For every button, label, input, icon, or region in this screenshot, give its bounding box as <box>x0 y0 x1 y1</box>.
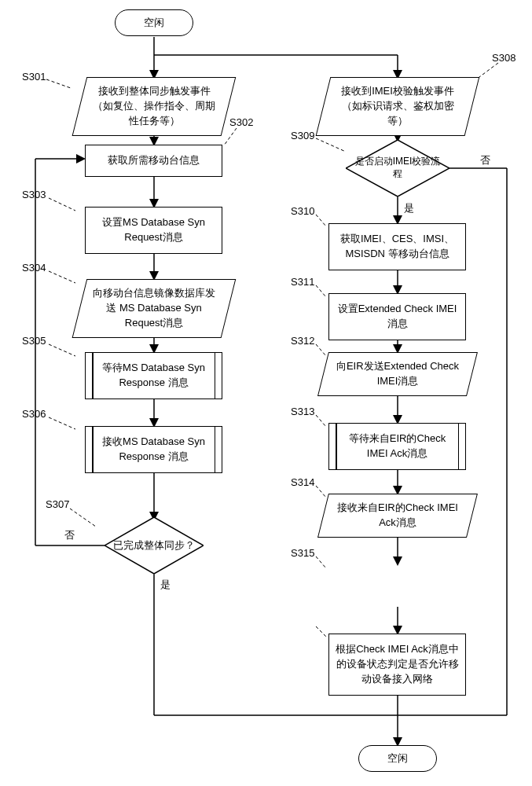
terminator-label: 空闲 <box>144 16 164 30</box>
predefined-s313: 等待来自EIR的Check IMEI Ack消息 <box>328 423 466 470</box>
svg-line-38 <box>316 285 326 297</box>
svg-line-40 <box>316 415 326 427</box>
process-text: 设置MS Database Syn Request消息 <box>90 215 217 245</box>
predefined-s306: 接收MS Database Syn Response 消息 <box>85 426 222 473</box>
edge-s307-yes: 是 <box>160 578 171 592</box>
edge-s309-yes: 是 <box>404 201 414 215</box>
process-text: 获取IMEI、CES、IMSI、MSISDN 等移动台信息 <box>334 232 460 262</box>
step-label-s309: S309 <box>291 130 314 141</box>
step-label-s302: S302 <box>229 116 253 128</box>
edge-s309-no: 否 <box>480 153 490 167</box>
data-s304: 向移动台信息镜像数据库发送 MS Database Syn Request消息 <box>72 279 237 338</box>
process-s310: 获取IMEI、CES、IMSI、MSISDN 等移动台信息 <box>328 223 466 270</box>
terminator-idle-top: 空闲 <box>115 9 193 36</box>
process-s315: 根据Check IMEI Ack消息中的设备状态判定是否允许移动设备接入网络 <box>328 634 466 696</box>
step-label-s315: S315 <box>291 547 314 559</box>
step-label-s311: S311 <box>291 276 314 288</box>
predefined-text: 等待来自EIR的Check IMEI Ack消息 <box>343 432 451 461</box>
predefined-s305: 等待MS Database Syn Response 消息 <box>85 352 222 399</box>
data-text: 向移动台信息镜像数据库发送 MS Database Syn Request消息 <box>90 286 218 331</box>
svg-line-34 <box>70 509 96 527</box>
svg-line-33 <box>49 417 75 429</box>
data-s308: 接收到IMEI校验触发事件（如标识请求、鉴权加密等） <box>316 77 480 136</box>
process-text: 设置Extended Check IMEI消息 <box>334 302 460 332</box>
svg-line-30 <box>49 198 75 211</box>
data-text: 接收来自EIR的Check IMEI Ack消息 <box>333 501 462 531</box>
data-s301: 接收到整体同步触发事件（如复位、操作指令、周期性任务等） <box>72 77 237 136</box>
svg-line-36 <box>316 138 346 152</box>
terminator-label: 空闲 <box>387 751 408 766</box>
process-s311: 设置Extended Check IMEI消息 <box>328 293 466 340</box>
step-label-s306: S306 <box>22 408 46 420</box>
predefined-text: 接收MS Database Syn Response 消息 <box>100 435 207 465</box>
process-text: 根据Check IMEI Ack消息中的设备状态判定是否允许移动设备接入网络 <box>334 642 460 687</box>
process-s303: 设置MS Database Syn Request消息 <box>85 207 222 254</box>
step-label-s303: S303 <box>22 189 46 200</box>
data-text: 向EIR发送Extended Check IMEI消息 <box>333 359 462 389</box>
step-label-s301: S301 <box>22 71 46 83</box>
svg-line-39 <box>316 344 326 356</box>
edge-s307-no: 否 <box>64 528 75 542</box>
step-label-s307: S307 <box>46 498 69 510</box>
svg-line-32 <box>49 344 75 356</box>
data-s312: 向EIR发送Extended Check IMEI消息 <box>317 352 478 396</box>
svg-line-31 <box>49 271 75 283</box>
svg-line-41 <box>316 486 326 498</box>
step-label-s310: S310 <box>291 205 314 217</box>
svg-line-42 <box>316 556 326 568</box>
data-text: 接收到整体同步触发事件（如复位、操作指令、周期性任务等） <box>90 84 218 129</box>
step-label-s313: S313 <box>291 406 314 417</box>
decision-text: 是否启动IMEI校验流程 <box>346 140 449 196</box>
decision-text: 已完成整体同步？ <box>105 517 204 574</box>
decision-s309: 是否启动IMEI校验流程 <box>346 140 449 196</box>
step-label-s308: S308 <box>492 52 515 64</box>
step-label-s305: S305 <box>22 335 46 347</box>
terminator-idle-bottom: 空闲 <box>358 745 437 772</box>
svg-line-37 <box>316 215 326 226</box>
data-text: 接收到IMEI校验触发事件（如标识请求、鉴权加密等） <box>333 84 462 129</box>
svg-line-29 <box>224 128 237 145</box>
process-s302: 获取所需移动台信息 <box>85 145 222 177</box>
data-s314: 接收来自EIR的Check IMEI Ack消息 <box>317 494 478 538</box>
svg-line-28 <box>46 79 71 88</box>
predefined-text: 等待MS Database Syn Response 消息 <box>100 361 207 391</box>
decision-s307: 已完成整体同步？ <box>105 517 204 574</box>
step-label-s304: S304 <box>22 262 46 274</box>
step-label-s312: S312 <box>291 335 314 347</box>
step-label-s314: S314 <box>291 476 314 488</box>
svg-line-43 <box>316 626 326 637</box>
process-text: 获取所需移动台信息 <box>108 153 200 168</box>
